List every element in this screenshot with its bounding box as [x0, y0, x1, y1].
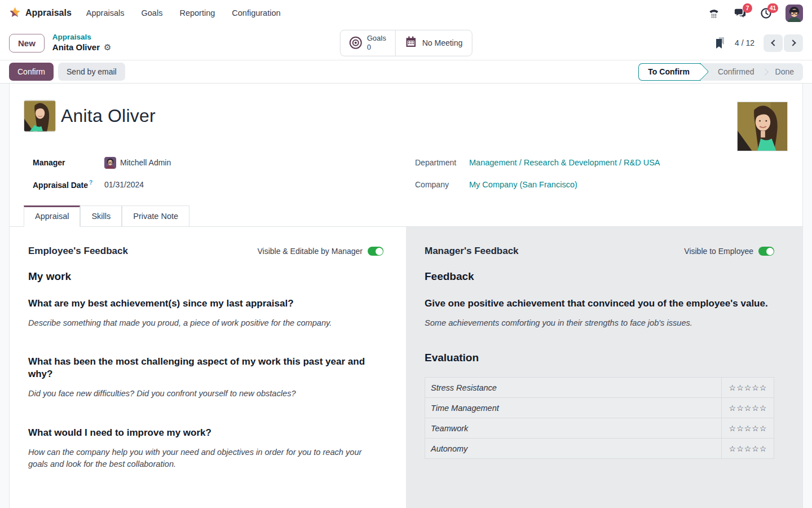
employee-avatar-small[interactable]: [24, 100, 56, 132]
company-field: Company My Company (San Francisco): [415, 178, 660, 191]
manager-value[interactable]: Mitchell Admin: [104, 157, 171, 169]
appraisal-date-label: Appraisal Date?: [33, 179, 104, 190]
star-icon[interactable]: [729, 424, 736, 432]
question-block[interactable]: Give one positive achievement that convi…: [425, 297, 774, 329]
star-icon[interactable]: [736, 445, 744, 453]
star-icon[interactable]: [744, 445, 752, 453]
company-link[interactable]: My Company (San Francisco): [469, 180, 577, 189]
app-switcher[interactable]: Appraisals: [9, 6, 72, 20]
tab-private-note[interactable]: Private Note: [122, 205, 189, 227]
step-done[interactable]: Done: [766, 63, 803, 81]
messages-badge: 7: [743, 3, 752, 13]
department-field: Department Management / Research & Devel…: [415, 156, 660, 169]
confirm-button[interactable]: Confirm: [9, 63, 54, 81]
form-sheet: Anita Oliver Manager: [9, 84, 803, 508]
meeting-button[interactable]: No Meeting: [395, 30, 472, 56]
star-icon[interactable]: [752, 445, 759, 453]
star-icon[interactable]: [729, 384, 736, 392]
meeting-label: No Meeting: [422, 38, 463, 48]
step-to-confirm[interactable]: To Confirm: [638, 63, 701, 81]
star-rating: [722, 424, 774, 432]
messages-icon[interactable]: 7: [734, 7, 746, 19]
breadcrumb-appraisals-link[interactable]: Appraisals: [52, 33, 112, 42]
goals-stat-button[interactable]: Goals 0: [341, 30, 395, 56]
manager-toggle-label: Visible to Employee: [684, 247, 753, 256]
star-icon[interactable]: [729, 445, 736, 453]
menu-configuration[interactable]: Configuration: [232, 8, 280, 17]
breadcrumb: Appraisals Anita Oliver ⚙: [52, 33, 112, 53]
gear-icon[interactable]: ⚙: [104, 42, 111, 53]
top-navbar: Appraisals Appraisals Goals Reporting Co…: [0, 0, 812, 26]
question-block[interactable]: What has been the most challenging aspec…: [28, 356, 383, 400]
star-icon[interactable]: [736, 424, 744, 432]
star-icon[interactable]: [760, 384, 767, 392]
appraisals-app-icon: [9, 6, 21, 20]
evaluation-row: Time Management: [425, 398, 774, 418]
appraisal-date-value[interactable]: 01/31/2024: [104, 180, 144, 189]
manager-visibility-toggle[interactable]: [758, 247, 774, 256]
star-icon[interactable]: [736, 384, 744, 392]
goals-count: 0: [367, 43, 386, 52]
question-block[interactable]: What would I need to improve my work? Ho…: [28, 427, 383, 470]
star-icon[interactable]: [729, 404, 736, 412]
bookmark-icon[interactable]: [714, 37, 726, 49]
star-rating: [722, 384, 774, 392]
question-block[interactable]: What are my best achievement(s) since my…: [28, 297, 383, 329]
employee-name-title[interactable]: Anita Oliver: [61, 106, 156, 126]
evaluation-heading: Evaluation: [425, 352, 774, 364]
star-icon[interactable]: [760, 445, 767, 453]
voip-phone-icon[interactable]: [708, 7, 720, 19]
star-icon[interactable]: [752, 424, 759, 432]
pager-count: 4 / 12: [735, 38, 754, 47]
activities-clock-icon[interactable]: 41: [760, 7, 772, 19]
pager-previous-button[interactable]: [764, 34, 783, 52]
star-icon[interactable]: [760, 404, 767, 412]
systray: 7 41: [708, 5, 803, 22]
star-icon[interactable]: [760, 424, 767, 432]
send-by-email-button[interactable]: Send by email: [58, 63, 125, 81]
employee-toggle-label: Visible & Editable by Manager: [257, 247, 363, 256]
employee-visibility-toggle[interactable]: [368, 247, 383, 256]
tab-skills[interactable]: Skills: [80, 205, 122, 227]
control-panel: New Appraisals Anita Oliver ⚙ Goals 0: [0, 26, 812, 60]
menu-goals[interactable]: Goals: [142, 8, 163, 17]
star-rating: [722, 445, 774, 453]
employee-photo-large[interactable]: [737, 102, 788, 151]
breadcrumb-current: Anita Oliver: [52, 42, 100, 53]
menu-appraisals[interactable]: Appraisals: [86, 8, 125, 17]
my-work-heading: My work: [28, 270, 383, 283]
star-icon[interactable]: [744, 404, 752, 412]
goals-target-icon: [350, 37, 362, 49]
activities-badge: 41: [767, 3, 778, 13]
manager-feedback-panel: Manager's Feedback Visible to Employee F…: [406, 227, 802, 508]
department-link[interactable]: Management / Research & Development / R&…: [469, 158, 660, 167]
form-statusbar: Confirm Send by email To Confirm Confirm…: [0, 60, 812, 84]
user-avatar[interactable]: [785, 5, 803, 22]
department-label: Department: [415, 158, 469, 167]
record-stat-buttons: Goals 0 No Meeting: [340, 30, 473, 56]
pager-zone: 4 / 12: [714, 34, 803, 52]
manager-avatar: [104, 157, 116, 169]
manager-label: Manager: [33, 158, 104, 167]
step-confirmed[interactable]: Confirmed: [709, 63, 764, 81]
menu-reporting[interactable]: Reporting: [179, 8, 215, 17]
pager-next-button[interactable]: [784, 34, 803, 52]
star-rating: [722, 404, 774, 412]
evaluation-row: Teamwork: [425, 418, 774, 439]
star-icon[interactable]: [744, 384, 752, 392]
evaluation-row: Autonomy: [425, 439, 774, 459]
new-button[interactable]: New: [9, 34, 45, 52]
star-icon[interactable]: [752, 384, 759, 392]
star-icon[interactable]: [736, 404, 744, 412]
evaluation-row: Stress Resistance: [425, 378, 774, 398]
tab-appraisal[interactable]: Appraisal: [24, 205, 80, 227]
appraisal-date-field: Appraisal Date? 01/31/2024: [33, 178, 415, 191]
main-menu: Appraisals Goals Reporting Configuration: [86, 8, 281, 17]
evaluation-table: Stress Resistance Time Management Teamwo…: [425, 377, 774, 459]
employee-feedback-panel: Employee's Feedback Visible & Editable b…: [10, 227, 406, 508]
star-icon[interactable]: [752, 404, 759, 412]
feedback-heading: Feedback: [425, 270, 774, 283]
star-icon[interactable]: [744, 424, 752, 432]
calendar-icon: [405, 36, 417, 50]
manager-field: Manager Mitchell Ad: [33, 156, 415, 169]
